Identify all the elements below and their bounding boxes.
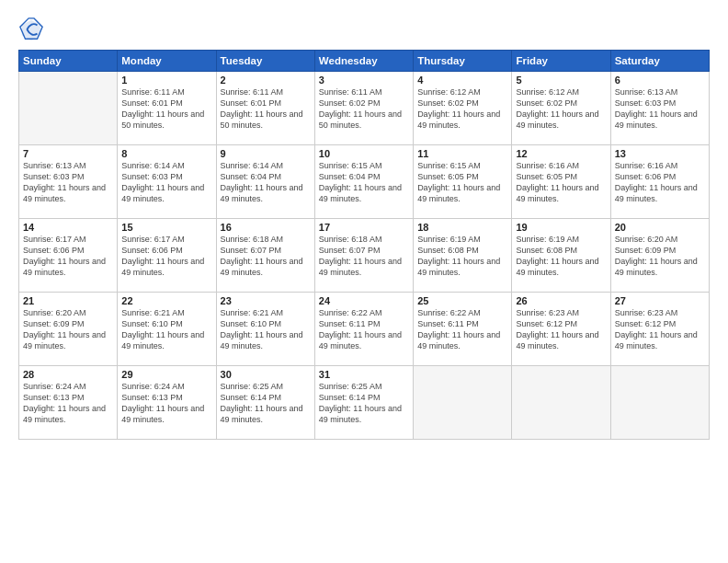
calendar-week-1: 1Sunrise: 6:11 AM Sunset: 6:01 PM Daylig… (19, 72, 710, 145)
calendar-week-4: 21Sunrise: 6:20 AM Sunset: 6:09 PM Dayli… (19, 293, 710, 366)
calendar-cell: 9Sunrise: 6:14 AM Sunset: 6:04 PM Daylig… (216, 145, 314, 219)
calendar-cell: 2Sunrise: 6:11 AM Sunset: 6:01 PM Daylig… (216, 72, 314, 145)
calendar-cell: 17Sunrise: 6:18 AM Sunset: 6:07 PM Dayli… (314, 219, 413, 293)
calendar-week-5: 28Sunrise: 6:24 AM Sunset: 6:13 PM Dayli… (19, 366, 710, 440)
sun-info: Sunrise: 6:18 AM Sunset: 6:07 PM Dayligh… (319, 234, 409, 279)
sun-info: Sunrise: 6:23 AM Sunset: 6:12 PM Dayligh… (615, 307, 705, 352)
day-number: 10 (319, 148, 409, 159)
sun-info: Sunrise: 6:11 AM Sunset: 6:02 PM Dayligh… (319, 86, 409, 132)
logo-icon (18, 17, 44, 42)
calendar-cell: 27Sunrise: 6:23 AM Sunset: 6:12 PM Dayli… (610, 293, 709, 366)
sun-info: Sunrise: 6:18 AM Sunset: 6:07 PM Dayligh… (221, 234, 311, 279)
col-header-thursday: Thursday (414, 51, 512, 72)
day-number: 5 (516, 75, 606, 86)
calendar-cell: 1Sunrise: 6:11 AM Sunset: 6:01 PM Daylig… (118, 72, 216, 145)
day-number: 4 (417, 75, 507, 86)
sun-info: Sunrise: 6:15 AM Sunset: 6:04 PM Dayligh… (319, 160, 409, 205)
calendar-cell (610, 366, 709, 440)
day-number: 15 (121, 222, 211, 233)
calendar-cell: 29Sunrise: 6:24 AM Sunset: 6:13 PM Dayli… (118, 366, 216, 440)
calendar-cell: 26Sunrise: 6:23 AM Sunset: 6:12 PM Dayli… (512, 293, 610, 366)
calendar-cell: 6Sunrise: 6:13 AM Sunset: 6:03 PM Daylig… (610, 72, 709, 145)
calendar-cell: 3Sunrise: 6:11 AM Sunset: 6:02 PM Daylig… (314, 72, 413, 145)
calendar-cell: 8Sunrise: 6:14 AM Sunset: 6:03 PM Daylig… (118, 145, 216, 219)
sun-info: Sunrise: 6:12 AM Sunset: 6:02 PM Dayligh… (516, 86, 606, 132)
day-number: 9 (221, 148, 311, 159)
calendar-cell: 28Sunrise: 6:24 AM Sunset: 6:13 PM Dayli… (19, 366, 118, 440)
day-number: 8 (121, 148, 211, 159)
calendar-cell: 19Sunrise: 6:19 AM Sunset: 6:08 PM Dayli… (512, 219, 610, 293)
day-number: 7 (23, 148, 113, 159)
calendar-cell: 16Sunrise: 6:18 AM Sunset: 6:07 PM Dayli… (216, 219, 314, 293)
calendar-cell: 11Sunrise: 6:15 AM Sunset: 6:05 PM Dayli… (414, 145, 512, 219)
sun-info: Sunrise: 6:22 AM Sunset: 6:11 PM Dayligh… (417, 307, 507, 352)
day-number: 25 (417, 295, 507, 306)
day-number: 18 (417, 222, 507, 233)
calendar-cell: 20Sunrise: 6:20 AM Sunset: 6:09 PM Dayli… (610, 219, 709, 293)
col-header-friday: Friday (512, 51, 610, 72)
day-number: 27 (615, 295, 705, 306)
day-number: 29 (121, 369, 211, 380)
day-number: 16 (221, 222, 311, 233)
calendar-cell: 21Sunrise: 6:20 AM Sunset: 6:09 PM Dayli… (19, 293, 118, 366)
calendar-cell: 12Sunrise: 6:16 AM Sunset: 6:05 PM Dayli… (512, 145, 610, 219)
calendar-cell (19, 72, 118, 145)
sun-info: Sunrise: 6:22 AM Sunset: 6:11 PM Dayligh… (319, 307, 409, 352)
day-number: 12 (516, 148, 606, 159)
day-number: 13 (615, 148, 705, 159)
sun-info: Sunrise: 6:14 AM Sunset: 6:04 PM Dayligh… (221, 160, 311, 205)
day-number: 2 (221, 75, 311, 86)
sun-info: Sunrise: 6:13 AM Sunset: 6:03 PM Dayligh… (615, 86, 705, 132)
day-number: 1 (121, 75, 211, 86)
sun-info: Sunrise: 6:24 AM Sunset: 6:13 PM Dayligh… (23, 381, 113, 426)
day-number: 17 (319, 222, 409, 233)
sun-info: Sunrise: 6:20 AM Sunset: 6:09 PM Dayligh… (615, 234, 705, 279)
calendar-table: SundayMondayTuesdayWednesdayThursdayFrid… (18, 50, 710, 440)
day-number: 28 (23, 369, 113, 380)
day-number: 19 (516, 222, 606, 233)
calendar-cell: 25Sunrise: 6:22 AM Sunset: 6:11 PM Dayli… (414, 293, 512, 366)
day-number: 6 (615, 75, 705, 86)
day-number: 3 (319, 75, 409, 86)
sun-info: Sunrise: 6:23 AM Sunset: 6:12 PM Dayligh… (516, 307, 606, 352)
day-number: 24 (319, 295, 409, 306)
calendar-cell: 14Sunrise: 6:17 AM Sunset: 6:06 PM Dayli… (19, 219, 118, 293)
sun-info: Sunrise: 6:24 AM Sunset: 6:13 PM Dayligh… (121, 381, 211, 426)
calendar-cell: 13Sunrise: 6:16 AM Sunset: 6:06 PM Dayli… (610, 145, 709, 219)
col-header-monday: Monday (118, 51, 216, 72)
calendar-cell: 5Sunrise: 6:12 AM Sunset: 6:02 PM Daylig… (512, 72, 610, 145)
day-number: 14 (23, 222, 113, 233)
calendar-cell (512, 366, 610, 440)
calendar-cell: 22Sunrise: 6:21 AM Sunset: 6:10 PM Dayli… (118, 293, 216, 366)
sun-info: Sunrise: 6:11 AM Sunset: 6:01 PM Dayligh… (121, 86, 211, 132)
sun-info: Sunrise: 6:13 AM Sunset: 6:03 PM Dayligh… (23, 160, 113, 205)
calendar-cell (414, 366, 512, 440)
sun-info: Sunrise: 6:20 AM Sunset: 6:09 PM Dayligh… (23, 307, 113, 352)
calendar-cell: 7Sunrise: 6:13 AM Sunset: 6:03 PM Daylig… (19, 145, 118, 219)
sun-info: Sunrise: 6:12 AM Sunset: 6:02 PM Dayligh… (417, 86, 507, 132)
sun-info: Sunrise: 6:11 AM Sunset: 6:01 PM Dayligh… (221, 86, 311, 132)
sun-info: Sunrise: 6:19 AM Sunset: 6:08 PM Dayligh… (516, 234, 606, 279)
calendar-cell: 23Sunrise: 6:21 AM Sunset: 6:10 PM Dayli… (216, 293, 314, 366)
sun-info: Sunrise: 6:14 AM Sunset: 6:03 PM Dayligh… (121, 160, 211, 205)
day-number: 23 (221, 295, 311, 306)
calendar-cell: 31Sunrise: 6:25 AM Sunset: 6:14 PM Dayli… (314, 366, 413, 440)
calendar-week-3: 14Sunrise: 6:17 AM Sunset: 6:06 PM Dayli… (19, 219, 710, 293)
day-number: 11 (417, 148, 507, 159)
day-number: 31 (319, 369, 409, 380)
day-number: 26 (516, 295, 606, 306)
sun-info: Sunrise: 6:17 AM Sunset: 6:06 PM Dayligh… (23, 234, 113, 279)
col-header-saturday: Saturday (610, 51, 709, 72)
col-header-sunday: Sunday (19, 51, 118, 72)
day-number: 30 (221, 369, 311, 380)
calendar-cell: 24Sunrise: 6:22 AM Sunset: 6:11 PM Dayli… (314, 293, 413, 366)
calendar-page: SundayMondayTuesdayWednesdayThursdayFrid… (0, 0, 728, 563)
calendar-cell: 18Sunrise: 6:19 AM Sunset: 6:08 PM Dayli… (414, 219, 512, 293)
day-number: 21 (23, 295, 113, 306)
calendar-week-2: 7Sunrise: 6:13 AM Sunset: 6:03 PM Daylig… (19, 145, 710, 219)
sun-info: Sunrise: 6:15 AM Sunset: 6:05 PM Dayligh… (417, 160, 507, 205)
calendar-cell: 4Sunrise: 6:12 AM Sunset: 6:02 PM Daylig… (414, 72, 512, 145)
sun-info: Sunrise: 6:25 AM Sunset: 6:14 PM Dayligh… (319, 381, 409, 426)
sun-info: Sunrise: 6:25 AM Sunset: 6:14 PM Dayligh… (221, 381, 311, 426)
sun-info: Sunrise: 6:16 AM Sunset: 6:05 PM Dayligh… (516, 160, 606, 205)
